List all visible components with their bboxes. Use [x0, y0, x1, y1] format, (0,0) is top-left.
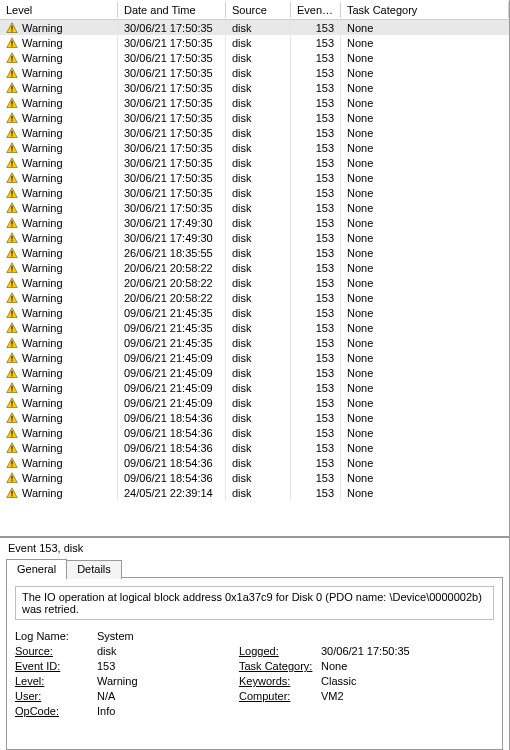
cell-source: disk: [226, 230, 291, 246]
table-row[interactable]: Warning30/06/21 17:50:35disk153None: [0, 170, 509, 185]
cell-source: disk: [226, 350, 291, 366]
label-opcode: OpCode:: [15, 705, 95, 717]
svg-rect-15: [11, 135, 12, 136]
table-row[interactable]: Warning30/06/21 17:49:30disk153None: [0, 230, 509, 245]
cell-task-category: None: [341, 350, 509, 366]
warning-icon: [6, 247, 18, 259]
table-row[interactable]: Warning30/06/21 17:49:30disk153None: [0, 215, 509, 230]
table-row[interactable]: Warning09/06/21 21:45:35disk153None: [0, 320, 509, 335]
warning-icon: [6, 277, 18, 289]
cell-date: 30/06/21 17:50:35: [118, 20, 226, 36]
tab-general[interactable]: General: [6, 559, 67, 578]
cell-task-category: None: [341, 185, 509, 201]
svg-rect-28: [11, 235, 12, 239]
svg-rect-18: [11, 160, 12, 164]
svg-rect-35: [11, 285, 12, 286]
event-list-body[interactable]: Warning30/06/21 17:50:35disk153NoneWarni…: [0, 20, 509, 536]
warning-icon: [6, 112, 18, 124]
warning-icon: [6, 442, 18, 454]
table-row[interactable]: Warning09/06/21 18:54:36disk153None: [0, 425, 509, 440]
header-event-id[interactable]: Event ID: [291, 2, 341, 18]
warning-icon: [6, 382, 18, 394]
warning-icon: [6, 397, 18, 409]
table-row[interactable]: Warning30/06/21 17:50:35disk153None: [0, 50, 509, 65]
svg-rect-1: [11, 30, 12, 31]
warning-icon: [6, 457, 18, 469]
cell-level: Warning: [22, 22, 63, 34]
table-row[interactable]: Warning09/06/21 21:45:09disk153None: [0, 380, 509, 395]
svg-rect-26: [11, 220, 12, 224]
cell-task-category: None: [341, 20, 509, 36]
svg-rect-42: [11, 340, 12, 344]
svg-rect-4: [11, 55, 12, 59]
cell-date: 30/06/21 17:50:35: [118, 200, 226, 216]
table-row[interactable]: Warning09/06/21 21:45:35disk153None: [0, 305, 509, 320]
table-row[interactable]: Warning30/06/21 17:50:35disk153None: [0, 125, 509, 140]
cell-level: Warning: [22, 232, 63, 244]
cell-event-id: 153: [291, 20, 341, 36]
svg-rect-7: [11, 75, 12, 76]
svg-rect-11: [11, 105, 12, 106]
table-row[interactable]: Warning20/06/21 20:58:22disk153None: [0, 290, 509, 305]
cell-task-category: None: [341, 170, 509, 186]
header-date[interactable]: Date and Time: [118, 2, 226, 18]
table-row[interactable]: Warning30/06/21 17:50:35disk153None: [0, 140, 509, 155]
svg-rect-16: [11, 145, 12, 149]
header-source[interactable]: Source: [226, 2, 291, 18]
table-row[interactable]: Warning09/06/21 18:54:36disk153None: [0, 470, 509, 485]
cell-date: 20/06/21 20:58:22: [118, 275, 226, 291]
table-row[interactable]: Warning09/06/21 21:45:09disk153None: [0, 395, 509, 410]
table-row[interactable]: Warning09/06/21 21:45:35disk153None: [0, 335, 509, 350]
warning-icon: [6, 427, 18, 439]
cell-level: Warning: [22, 172, 63, 184]
value-computer: VM2: [321, 690, 494, 702]
table-row[interactable]: Warning30/06/21 17:50:35disk153None: [0, 80, 509, 95]
table-row[interactable]: Warning20/06/21 20:58:22disk153None: [0, 275, 509, 290]
cell-event-id: 153: [291, 260, 341, 276]
table-row[interactable]: Warning30/06/21 17:50:35disk153None: [0, 200, 509, 215]
table-row[interactable]: Warning24/05/21 22:39:14disk153None: [0, 485, 509, 500]
table-row[interactable]: Warning26/06/21 18:35:55disk153None: [0, 245, 509, 260]
svg-rect-59: [11, 465, 12, 466]
svg-rect-17: [11, 150, 12, 151]
cell-level: Warning: [22, 322, 63, 334]
svg-rect-38: [11, 310, 12, 314]
warning-icon: [6, 292, 18, 304]
table-row[interactable]: Warning20/06/21 20:58:22disk153None: [0, 260, 509, 275]
cell-source: disk: [226, 260, 291, 276]
svg-rect-19: [11, 165, 12, 166]
table-row[interactable]: Warning30/06/21 17:50:35disk153None: [0, 155, 509, 170]
value-keywords: Classic: [321, 675, 494, 687]
svg-rect-6: [11, 70, 12, 74]
cell-event-id: 153: [291, 275, 341, 291]
cell-source: disk: [226, 20, 291, 36]
cell-source: disk: [226, 290, 291, 306]
svg-rect-56: [11, 445, 12, 449]
table-row[interactable]: Warning09/06/21 18:54:36disk153None: [0, 410, 509, 425]
table-row[interactable]: Warning30/06/21 17:50:35disk153None: [0, 110, 509, 125]
cell-level: Warning: [22, 367, 63, 379]
cell-level: Warning: [22, 247, 63, 259]
cell-level: Warning: [22, 112, 63, 124]
warning-icon: [6, 202, 18, 214]
label-level: Level:: [15, 675, 95, 687]
tab-details[interactable]: Details: [66, 560, 122, 579]
cell-date: 30/06/21 17:50:35: [118, 140, 226, 156]
cell-source: disk: [226, 470, 291, 486]
table-row[interactable]: Warning30/06/21 17:50:35disk153None: [0, 65, 509, 80]
table-row[interactable]: Warning30/06/21 17:50:35disk153None: [0, 95, 509, 110]
cell-source: disk: [226, 410, 291, 426]
table-row[interactable]: Warning30/06/21 17:50:35disk153None: [0, 20, 509, 35]
header-level[interactable]: Level: [0, 2, 118, 18]
warning-icon: [6, 37, 18, 49]
cell-task-category: None: [341, 260, 509, 276]
value-log-name: System: [97, 630, 237, 642]
table-row[interactable]: Warning30/06/21 17:50:35disk153None: [0, 185, 509, 200]
table-row[interactable]: Warning09/06/21 21:45:09disk153None: [0, 365, 509, 380]
cell-level: Warning: [22, 457, 63, 469]
table-row[interactable]: Warning09/06/21 21:45:09disk153None: [0, 350, 509, 365]
table-row[interactable]: Warning09/06/21 18:54:36disk153None: [0, 455, 509, 470]
table-row[interactable]: Warning30/06/21 17:50:35disk153None: [0, 35, 509, 50]
table-row[interactable]: Warning09/06/21 18:54:36disk153None: [0, 440, 509, 455]
header-task-category[interactable]: Task Category: [341, 2, 509, 18]
